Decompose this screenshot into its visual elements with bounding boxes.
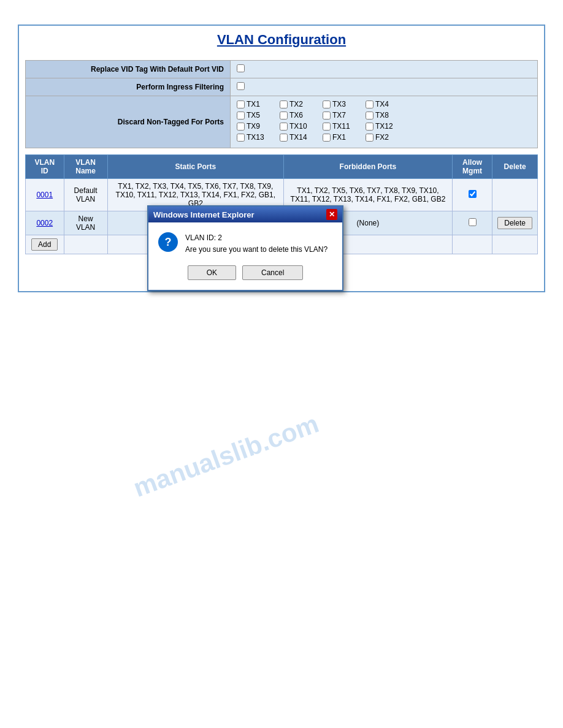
port-fx1-checkbox[interactable] bbox=[323, 134, 331, 142]
delete-cell-empty bbox=[492, 179, 538, 211]
port-tx5-checkbox[interactable] bbox=[237, 112, 245, 119]
ports-row-3: TX9 TX10 TX11 TX12 bbox=[237, 122, 531, 131]
vlan-id-link-0002[interactable]: 0002 bbox=[36, 219, 53, 227]
ie-message-row: ? VLAN ID: 2 Are you sure you want to de… bbox=[158, 232, 327, 256]
add-button[interactable]: Add bbox=[31, 238, 58, 251]
ie-close-button[interactable]: ✕ bbox=[326, 209, 337, 220]
watermark: manualslib.com bbox=[129, 409, 323, 503]
allow-mgmt-checkbox-0002[interactable] bbox=[469, 218, 477, 226]
ie-vlan-id-label: VLAN ID: 2 bbox=[185, 232, 327, 244]
ie-body: ? VLAN ID: 2 Are you sure you want to de… bbox=[148, 222, 342, 290]
port-tx1[interactable]: TX1 bbox=[237, 100, 274, 108]
port-tx6[interactable]: TX6 bbox=[280, 111, 316, 119]
port-tx2[interactable]: TX2 bbox=[280, 100, 316, 108]
add-button-cell: Add bbox=[26, 235, 64, 254]
ie-confirm-message: Are you sure you want to delete this VLA… bbox=[185, 244, 327, 256]
vlan-name-cell: New VLAN bbox=[64, 211, 107, 235]
col-static-ports: Static Ports bbox=[107, 155, 283, 179]
port-tx12[interactable]: TX12 bbox=[366, 122, 402, 131]
allow-mgmt-cell bbox=[452, 179, 492, 211]
ports-row-1: TX1 TX2 TX3 TX4 bbox=[237, 100, 531, 108]
port-tx4-checkbox[interactable] bbox=[366, 100, 373, 108]
vlan-id-cell: 0002 bbox=[26, 211, 64, 235]
port-tx4[interactable]: TX4 bbox=[366, 100, 402, 108]
question-icon: ? bbox=[158, 232, 178, 252]
dialog-ok-button[interactable]: OK bbox=[188, 265, 236, 280]
add-row-empty-4 bbox=[452, 235, 492, 254]
port-tx8[interactable]: TX8 bbox=[366, 111, 402, 119]
allow-mgmt-checkbox-0001[interactable] bbox=[469, 190, 477, 198]
col-vlan-name: VLAN Name bbox=[64, 155, 107, 179]
col-delete: Delete bbox=[492, 155, 538, 179]
port-tx3-checkbox[interactable] bbox=[323, 100, 331, 108]
ingress-label: Perform Ingress Filtering bbox=[26, 78, 231, 96]
add-row-empty-1 bbox=[64, 235, 107, 254]
port-tx9[interactable]: TX9 bbox=[237, 122, 274, 131]
port-tx7-checkbox[interactable] bbox=[323, 112, 331, 119]
port-tx10-checkbox[interactable] bbox=[280, 123, 288, 131]
port-fx1[interactable]: FX1 bbox=[323, 133, 359, 142]
add-row-empty-5 bbox=[492, 235, 538, 254]
ie-dialog-buttons: OK Cancel bbox=[158, 265, 332, 280]
page-title: VLAN Configuration bbox=[25, 32, 538, 48]
vlan-id-link-0001[interactable]: 0001 bbox=[36, 191, 53, 199]
port-tx6-checkbox[interactable] bbox=[280, 112, 288, 119]
port-tx13[interactable]: TX13 bbox=[237, 133, 274, 142]
ie-message-text: VLAN ID: 2 Are you sure you want to dele… bbox=[185, 232, 327, 256]
ie-title-bar: Windows Internet Explorer ✕ bbox=[148, 207, 342, 222]
col-allow-mgmt: Allow Mgmt bbox=[452, 155, 492, 179]
vlan-id-cell: 0001 bbox=[26, 179, 64, 211]
port-tx14-checkbox[interactable] bbox=[280, 134, 288, 142]
port-tx10[interactable]: TX10 bbox=[280, 122, 316, 131]
allow-mgmt-cell bbox=[452, 211, 492, 235]
ports-row-2: TX5 TX6 TX7 TX8 bbox=[237, 111, 531, 119]
port-tx7[interactable]: TX7 bbox=[323, 111, 359, 119]
port-tx14[interactable]: TX14 bbox=[280, 133, 316, 142]
port-tx3[interactable]: TX3 bbox=[323, 100, 359, 108]
port-tx9-checkbox[interactable] bbox=[237, 123, 245, 131]
port-tx1-checkbox[interactable] bbox=[237, 100, 245, 108]
ingress-value bbox=[231, 78, 538, 96]
config-table: Replace VID Tag With Default Port VID Pe… bbox=[25, 60, 538, 148]
ports-row-4: TX13 TX14 FX1 FX2 bbox=[237, 133, 531, 142]
port-tx2-checkbox[interactable] bbox=[280, 100, 288, 108]
replace-vid-value bbox=[231, 61, 538, 78]
dialog-cancel-button[interactable]: Cancel bbox=[242, 265, 303, 280]
ie-dialog-title: Windows Internet Explorer bbox=[153, 210, 255, 219]
port-tx8-checkbox[interactable] bbox=[366, 112, 373, 119]
port-tx12-checkbox[interactable] bbox=[366, 123, 373, 131]
ingress-checkbox[interactable] bbox=[237, 82, 245, 90]
ports-checkboxes: TX1 TX2 TX3 TX4 TX5 TX6 TX7 TX8 bbox=[231, 96, 538, 148]
port-tx11[interactable]: TX11 bbox=[323, 122, 359, 131]
port-tx5[interactable]: TX5 bbox=[237, 111, 274, 119]
replace-vid-label: Replace VID Tag With Default Port VID bbox=[26, 61, 231, 78]
col-forbidden-ports: Forbidden Ports bbox=[284, 155, 453, 179]
delete-button-0002[interactable]: Delete bbox=[497, 217, 532, 229]
port-tx11-checkbox[interactable] bbox=[323, 123, 331, 131]
port-fx2[interactable]: FX2 bbox=[366, 133, 402, 142]
vlan-name-cell: Default VLAN bbox=[64, 179, 107, 211]
delete-cell: Delete bbox=[492, 211, 538, 235]
ie-dialog: Windows Internet Explorer ✕ ? VLAN ID: 2… bbox=[147, 205, 343, 291]
port-fx2-checkbox[interactable] bbox=[366, 134, 373, 142]
discard-label: Discard Non-Tagged For Ports bbox=[26, 96, 231, 148]
port-tx13-checkbox[interactable] bbox=[237, 134, 245, 142]
replace-vid-checkbox[interactable] bbox=[237, 64, 245, 72]
col-vlan-id: VLAN ID bbox=[26, 155, 64, 179]
